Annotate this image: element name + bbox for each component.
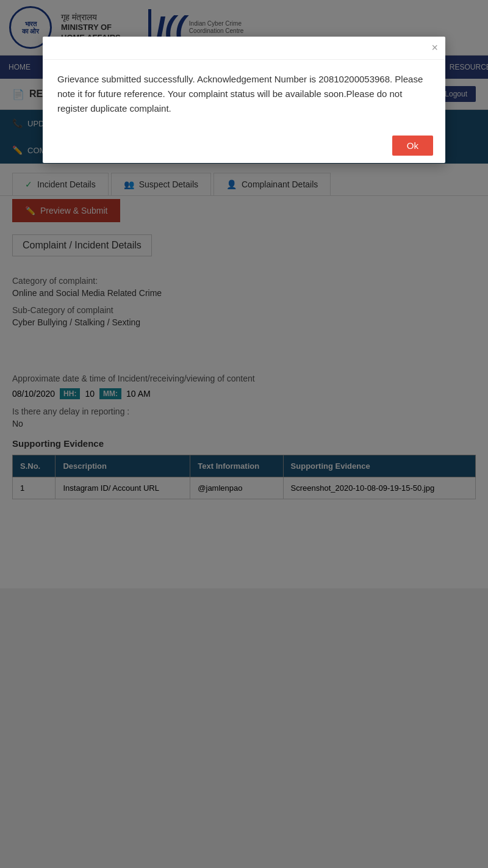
modal-overlay: × Grievance submitted successfully. Ackn… bbox=[0, 0, 488, 868]
modal-body: Grievance submitted successfully. Acknow… bbox=[43, 60, 445, 128]
modal-footer: Ok bbox=[43, 128, 445, 163]
modal-message: Grievance submitted successfully. Acknow… bbox=[57, 72, 431, 116]
success-modal: × Grievance submitted successfully. Ackn… bbox=[43, 37, 445, 163]
modal-header: × bbox=[43, 37, 445, 60]
modal-close-button[interactable]: × bbox=[431, 42, 438, 54]
modal-ok-button[interactable]: Ok bbox=[392, 136, 433, 156]
